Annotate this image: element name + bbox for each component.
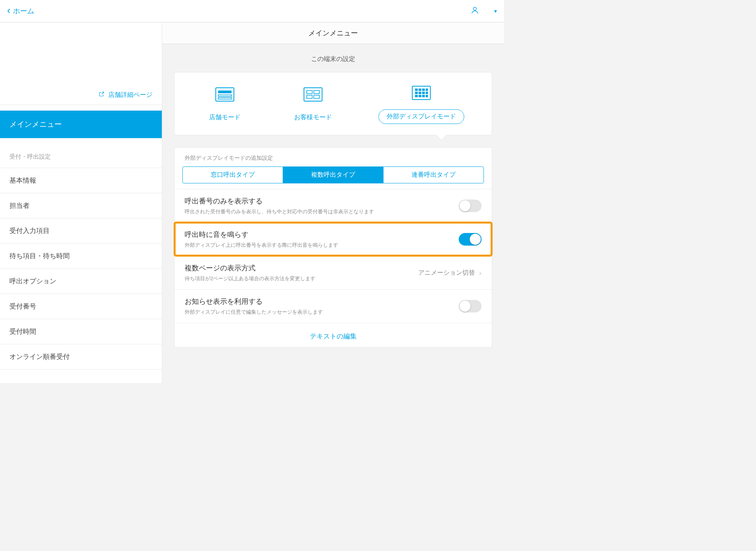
store-detail-link[interactable]: 店舗詳細ページ: [0, 85, 162, 105]
sidebar-item[interactable]: 呼出オプション: [0, 268, 162, 294]
store-mode-icon: [215, 87, 234, 103]
sidebar-item[interactable]: 基本情報: [0, 168, 162, 193]
setting-text: 呼出番号のみを表示する 呼出された受付番号のみを表示し、待ち中と対応中の受付番号…: [185, 196, 374, 215]
setting-text: 呼出時に音を鳴らす 外部ディスプレイ上に呼出番号を表示する際に呼出音を鳴らします: [185, 230, 338, 249]
svg-rect-19: [415, 95, 418, 97]
call-type-segmented: 窓口呼出タイプ 複数呼出タイプ 連番呼出タイプ: [182, 166, 484, 183]
toggle-use-notice[interactable]: [459, 300, 482, 312]
svg-rect-14: [426, 89, 428, 91]
svg-rect-17: [422, 92, 425, 94]
chevron-left-icon: ‹: [7, 4, 11, 17]
content: 店舗詳細ページ メインメニュー 受付・呼出設定 基本情報 担当者 受付入力項目 …: [0, 22, 504, 383]
svg-rect-4: [218, 98, 232, 99]
sidebar-item[interactable]: 受付入力項目: [0, 218, 162, 243]
main-panel: メインメニュー この端末の設定 店舗モード お客様モード: [162, 22, 504, 383]
sidebar-item[interactable]: 受付番号: [0, 294, 162, 319]
chevron-down-icon[interactable]: ▾: [494, 8, 497, 14]
svg-rect-5: [304, 88, 322, 101]
device-settings-label: この端末の設定: [162, 44, 504, 72]
setting-value: アニメーション切替 ›: [418, 268, 482, 277]
svg-rect-11: [415, 89, 418, 91]
svg-rect-3: [218, 95, 232, 96]
svg-rect-15: [415, 92, 418, 94]
mode-pointer: [436, 129, 447, 141]
mode-external-display[interactable]: 外部ディスプレイモード: [378, 86, 464, 124]
setting-title: お知らせ表示を利用する: [185, 297, 323, 306]
user-icon[interactable]: [471, 6, 479, 16]
setting-multi-page-display[interactable]: 複数ページの表示方式 待ち項目が2ページ以上ある場合の表示方法を変更します アニ…: [174, 256, 492, 289]
setting-desc: 呼出された受付番号のみを表示し、待ち中と対応中の受付番号は非表示となります: [185, 208, 374, 215]
value-label: アニメーション切替: [418, 269, 475, 277]
setting-text: 複数ページの表示方式 待ち項目が2ページ以上ある場合の表示方法を変更します: [185, 263, 315, 282]
main-header: メインメニュー: [162, 22, 504, 44]
toggle-play-sound[interactable]: [459, 233, 482, 246]
svg-rect-13: [422, 89, 425, 91]
sidebar-group-label: 受付・呼出設定: [0, 151, 162, 168]
seg-serial[interactable]: 連番呼出タイプ: [383, 167, 484, 183]
svg-rect-8: [307, 95, 312, 98]
svg-rect-16: [419, 92, 421, 94]
sidebar-item[interactable]: 担当者: [0, 193, 162, 218]
setting-title: 呼出番号のみを表示する: [185, 196, 374, 206]
setting-use-notice: お知らせ表示を利用する 外部ディスプレイに任意で編集したメッセージを表示します: [174, 289, 492, 323]
back-button[interactable]: ‹ ホーム: [7, 6, 34, 17]
topbar: ‹ ホーム ▾: [0, 0, 504, 22]
svg-point-0: [473, 7, 476, 10]
customer-mode-icon: [304, 87, 322, 103]
toggle-show-call-number-only[interactable]: [459, 200, 482, 212]
svg-rect-12: [419, 89, 421, 91]
mode-customer[interactable]: お客様モード: [287, 87, 339, 124]
svg-rect-7: [314, 91, 319, 94]
sidebar-item[interactable]: 受付時間: [0, 319, 162, 344]
mode-customer-label: お客様モード: [287, 111, 339, 124]
setting-title: 呼出時に音を鳴らす: [185, 230, 338, 239]
external-display-mode-icon: [412, 86, 431, 102]
setting-title: 複数ページの表示方式: [185, 263, 315, 273]
setting-show-call-number-only: 呼出番号のみを表示する 呼出された受付番号のみを表示し、待ち中と対応中の受付番号…: [174, 189, 492, 222]
mode-store-label: 店舗モード: [202, 111, 248, 124]
sidebar-active-section[interactable]: メインメニュー: [0, 111, 162, 138]
main-body: この端末の設定 店舗モード お客様モード: [162, 44, 504, 348]
setting-desc: 待ち項目が2ページ以上ある場合の表示方法を変更します: [185, 275, 315, 282]
svg-rect-9: [314, 95, 319, 98]
back-label: ホーム: [13, 6, 34, 16]
setting-desc: 外部ディスプレイ上に呼出番号を表示する際に呼出音を鳴らします: [185, 242, 338, 249]
svg-rect-21: [422, 95, 425, 97]
sidebar-item[interactable]: オンライン順番受付: [0, 344, 162, 370]
mode-store[interactable]: 店舗モード: [202, 87, 248, 124]
edit-text-link[interactable]: テキストの編集: [174, 323, 492, 347]
seg-multiple[interactable]: 複数呼出タイプ: [283, 167, 383, 183]
spacer: [0, 138, 162, 151]
toggle-knob: [470, 234, 481, 245]
setting-desc: 外部ディスプレイに任意で編集したメッセージを表示します: [185, 309, 323, 316]
svg-rect-20: [419, 95, 421, 97]
svg-rect-6: [307, 91, 312, 94]
svg-rect-18: [426, 92, 428, 94]
sidebar-item[interactable]: 待ち項目・待ち時間: [0, 243, 162, 268]
spacer: [0, 105, 162, 111]
seg-window[interactable]: 窓口呼出タイプ: [183, 167, 283, 183]
topbar-right: ▾: [471, 6, 497, 16]
svg-rect-2: [218, 91, 232, 93]
store-detail-label: 店舗詳細ページ: [108, 91, 152, 98]
chevron-right-icon: ›: [479, 268, 482, 277]
settings-panel: 外部ディスプレイモードの追加設定 窓口呼出タイプ 複数呼出タイプ 連番呼出タイプ…: [174, 147, 492, 348]
setting-text: お知らせ表示を利用する 外部ディスプレイに任意で編集したメッセージを表示します: [185, 297, 323, 316]
mode-selector: 店舗モード お客様モード 外部デ: [174, 72, 492, 135]
panel-subtitle: 外部ディスプレイモードの追加設定: [174, 148, 492, 166]
setting-play-sound-on-call: 呼出時に音を鳴らす 外部ディスプレイ上に呼出番号を表示する際に呼出音を鳴らします: [174, 222, 492, 256]
sidebar: 店舗詳細ページ メインメニュー 受付・呼出設定 基本情報 担当者 受付入力項目 …: [0, 22, 162, 383]
external-link-icon: [99, 91, 104, 98]
toggle-knob: [460, 200, 471, 211]
svg-rect-22: [426, 95, 428, 97]
mode-external-label: 外部ディスプレイモード: [378, 109, 464, 124]
sidebar-spacer: [0, 22, 162, 85]
toggle-knob: [460, 301, 471, 312]
